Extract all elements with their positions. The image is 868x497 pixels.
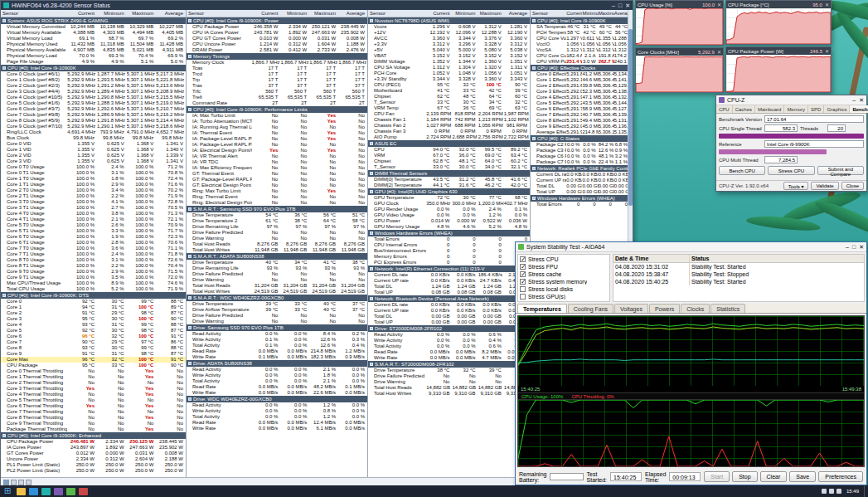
sensor-row[interactable]: DIMM Voltage 1.352 V 1.344 V 1.360 V 1.3… (368, 59, 530, 65)
sensor-group-header[interactable]: GPU [#0]: Intel(R) UHD Graphics 630 (368, 188, 530, 195)
stability-tab[interactable]: Cooling Fans (568, 304, 613, 313)
sensor-row[interactable]: Drive Airflow Temperature 39 °C 33 °C 40… (187, 307, 367, 313)
sensor-row[interactable]: CPU (PECI) 95 °C 32 °C 100 °C 90 °C (368, 82, 530, 88)
sensor-group-header[interactable]: CPU [#0]: Intel Core i9-10900K: Enhanced (1, 432, 186, 439)
sensor-row[interactable]: GT: Thermal Event No No No No (187, 171, 367, 177)
sensor-row[interactable]: Chipset 62.8 °C 48.1 °C 64.0 °C 60.2 °C (368, 158, 530, 164)
sensor-row[interactable]: Vcore 1.296 V 0.608 V 1.312 V 1.281 V (368, 24, 530, 30)
sensor-row[interactable]: Page File Usage 4.9 % 4.9 % 5.1 % 5.0 % (1, 59, 186, 65)
sensor-row[interactable]: Total Host Writes 11,948 GB 11,948 GB 11… (187, 247, 367, 253)
sensor-row[interactable]: IA: Turbo Attenuation (MCT) No No Yes No (187, 119, 367, 124)
sensor-row[interactable]: Core 3 Thermal Throttling Yes No Yes No (1, 386, 186, 392)
sensor-group-header[interactable]: Memory Timings (187, 53, 367, 60)
tools-button[interactable]: Tools ▾ (783, 182, 809, 190)
sensor-row[interactable]: Core 8 T0 Usage 100.0 % 3.1 % 100.0 % 72… (1, 257, 186, 263)
sensor-row[interactable]: Core 9 T1 Usage 100.0 % 3.5 % 100.0 % 72… (1, 275, 186, 280)
sensor-row[interactable]: Core 1 T1 Usage 100.0 % 2.9 % 100.0 % 71… (1, 182, 186, 188)
checkbox-icon[interactable] (520, 256, 526, 262)
sensor-row[interactable]: Core 6 96 °C 32 °C 100 °C 91 °C (1, 334, 186, 339)
sensor-row[interactable]: Write Activity 0.0 % 0.0 % 0.4 % 0.0 % (368, 338, 530, 344)
sensor-row[interactable]: Core 8 Thermal Throttling No No Yes No (1, 415, 186, 421)
cpuz-tab[interactable]: Graphics (824, 105, 850, 113)
sensor-row[interactable]: +5V 5.040 V 5.000 V 5.080 V 5.038 V (368, 47, 530, 53)
sensor-group-header[interactable]: Network: Intel(R) Ethernet Connection (1… (368, 266, 530, 272)
sensor-row[interactable]: Core 4 Thermal Throttling No No Yes No (1, 392, 186, 397)
sensor-row[interactable]: Trefi 65,535 T 65,535 T 65,535 T 65,535 … (187, 95, 367, 100)
stability-tab[interactable]: Clocks (681, 304, 710, 313)
sensor-row[interactable]: SA Temperature 46 °C 31 °C 49 °C 44 °C (531, 24, 630, 30)
sensor-row[interactable]: Uncore Power 2.334 W 0.312 W 2.604 W 2.1… (1, 456, 186, 462)
minimize-icon[interactable]: – (846, 244, 849, 250)
sensor-row[interactable]: Core 7 Clock (perf #9/8) 5,292.9 MHz 1,2… (1, 112, 186, 118)
sensor-row[interactable]: Drive Warning No No No No (187, 319, 367, 324)
sensor-group-header[interactable]: Drive: WDC WD40EZRZ-00GXCB0 (187, 396, 367, 402)
sensor-row[interactable]: Tras 37 T 37 T 37 T 37 T (187, 83, 367, 89)
column-header-minimum[interactable]: Minimum (452, 11, 478, 16)
sensor-row[interactable]: Core 1 Thermal Throttling No No Yes No (1, 374, 186, 380)
sensor-row[interactable]: Core 7 90 °C 29 °C 97 °C 86 °C (1, 339, 186, 345)
graph-titlebar[interactable]: CPU Usage [%] 100.0 ✕ (636, 1, 723, 8)
sensor-group-header[interactable]: S.M.A.R.T.: ADATA SU800NS38 (187, 253, 367, 260)
sensor-row[interactable]: GPU Temperature 72 °C 30 °C 77 °C 68 °C (368, 195, 530, 201)
sensor-row[interactable]: Read Rate 0.0 MB/s 0.0 MB/s 12.4 MB/s 0.… (187, 420, 367, 426)
sensor-row[interactable]: Core 9 Thermal Throttling No No No No (1, 421, 186, 426)
checkbox-icon[interactable] (520, 279, 526, 285)
sensor-row[interactable]: IA: Max Turbo Limit No No Yes No (187, 113, 367, 119)
sensor-row[interactable]: VccIO 1.056 V 1.056 V 1.056 V 1.056 V (531, 41, 630, 47)
sensor-row[interactable]: Core 0 T1 Usage 100.0 % 3.1 % 100.0 % 70… (1, 170, 186, 176)
sensor-row[interactable]: Command Rate 2T 2T 2T 2T (187, 100, 367, 106)
sensor-row[interactable]: Core 1 T0 Usage 100.0 % 1.8 % 100.0 % 72… (1, 176, 186, 182)
sensor-row[interactable]: Total Errors 0 0 0 0 (531, 202, 630, 207)
sensor-row[interactable]: Current UP rate 0.0 KB/s 0.0 KB/s 0.0 KB… (531, 178, 630, 183)
sensor-row[interactable]: Drive Failure Predicted No No No No (187, 271, 367, 277)
sensor-row[interactable]: Core 5 Thermal Throttling No No No No (1, 397, 186, 403)
sensor-row[interactable]: Core 0 Clock (perf #6/1) 5,292.9 MHz 1,2… (1, 71, 186, 77)
sensor-row[interactable]: Write Activity 0.1 % 0.0 % 12.6 % 0.3 % (187, 337, 367, 343)
sensor-row[interactable]: PL1 Power Limit (Static) 250.0 W 250.0 W… (1, 462, 186, 468)
sensor-row[interactable]: IA: Package-Level RAPL PL1 No No Yes No (187, 136, 367, 142)
sensor-row[interactable]: Core 3 VID 1.355 V 0.625 V 1.368 V 1.341… (1, 158, 186, 164)
sensor-row[interactable]: Core 5 Effective Clock 5,292.2 MHz 43.5 … (531, 100, 630, 106)
sensor-row[interactable]: Current DL rate 0.0 KB/s 0.0 KB/s 0.0 KB… (531, 172, 630, 178)
sensor-row[interactable]: Memory Clock 1,866.7 MHz 1,866.7 MHz 1,8… (187, 60, 367, 66)
sensor-row[interactable]: IA: Thermal Event No No Yes No (187, 130, 367, 136)
sensor-row[interactable]: Core 8 Effective Clock 5,291.5 MHz 49.4 … (531, 118, 630, 124)
sensor-group-header[interactable]: Drive: ADATA SU800NS38 (187, 360, 367, 367)
sensor-row[interactable]: Write Activity 0.0 % 0.0 % 1.8 % 0.0 % (187, 373, 367, 378)
column-header-maximum[interactable]: Maximum (127, 11, 157, 16)
sensor-group-header[interactable]: S.M.A.R.T.: Samsung SSD 970 EVO Plus 1TB (187, 206, 367, 212)
sensor-row[interactable]: CPU Core Current 182.4 A 2.1 A 191.8 A 1… (531, 53, 630, 59)
hwinfo-titlebar[interactable]: HWiNFO64 v6.28-4200 Sensor Status – □ ✕ (1, 1, 633, 10)
sensor-row[interactable]: IA: Running Avg Thermal Limit No No No N… (187, 124, 367, 130)
sensor-row[interactable]: Core 2 T0 Usage 100.0 % 3.4 % 100.0 % 70… (1, 188, 186, 193)
checkbox-icon[interactable] (520, 271, 526, 277)
column-header-current[interactable]: Current (67, 11, 97, 16)
sensor-row[interactable]: Current UP rate 0.0 KB/s 0.0 KB/s 24.7 K… (368, 278, 530, 284)
sensor-row[interactable]: Core 1 Effective Clock 5,292.1 MHz 44.6 … (531, 77, 630, 83)
stability-button[interactable]: Stop (732, 471, 757, 482)
sensor-row[interactable]: Write Rate 0.0 MB/s 0.0 MB/s 6.1 MB/s 0.… (187, 426, 367, 431)
sensor-row[interactable]: Core 2 Clock (perf #2/3) 5,292.9 MHz 1,2… (1, 83, 186, 89)
sensor-row[interactable]: Drive Temperature 39 °C 33 °C 40 °C 37 °… (187, 301, 367, 307)
sensor-group-header[interactable]: CPU [#0]: Intel Core i9-10900K: DTS (1, 292, 186, 299)
stability-tab[interactable]: Powers (649, 304, 680, 313)
sensor-row[interactable]: CPU SA Voltage 1.312 V 1.304 V 1.320 V 1… (368, 65, 530, 71)
column-header-minimum[interactable]: Minimum (280, 11, 309, 16)
sensor-row[interactable]: Core 1 94 °C 31 °C 100 °C 89 °C (1, 305, 186, 310)
sensor-row[interactable]: GPU Memory Usage 4.8 % 4.6 % 5.2 % 4.8 % (368, 224, 530, 230)
sensor-row[interactable]: Read Activity 0.0 % 0.0 % 2.1 % 0.0 % (187, 367, 367, 373)
sensor-row[interactable]: Max CPU/Thread Usage 100.0 % 8.9 % 100.0… (1, 280, 186, 286)
sensor-row[interactable]: Physical Memory Used 11,432 MB 11,318 MB… (1, 41, 186, 47)
sensor-row[interactable]: GT Cores Power 0.012 W 0.000 W 0.031 W 0… (1, 451, 186, 456)
log-row[interactable]: 04.08.2020 15:38:47 Stability Test: Stop… (613, 270, 864, 278)
checkbox-icon[interactable] (520, 294, 526, 300)
sensor-row[interactable]: GT: Package-Level RAPL PL1 No No No No (187, 177, 367, 183)
column-header-current[interactable]: Current (566, 11, 582, 16)
sensor-row[interactable]: Core 7 T0 Usage 100.0 % 3.6 % 100.0 % 71… (1, 246, 186, 251)
sensor-group-header[interactable]: System: ASUS ROG STRIX Z490-E GAMING (1, 17, 186, 24)
sensor-row[interactable]: Virtual Memory Available 4,388 MB 4,303 … (1, 30, 186, 36)
sensor-row[interactable]: CPU Uncore Power 1.214 W 0.312 W 1.604 W… (187, 41, 367, 47)
taskbar-explorer-icon[interactable] (17, 488, 26, 495)
stability-tab[interactable]: Voltages (614, 304, 648, 313)
cpuz-titlebar[interactable]: CPU-Z – ✕ (716, 95, 866, 105)
